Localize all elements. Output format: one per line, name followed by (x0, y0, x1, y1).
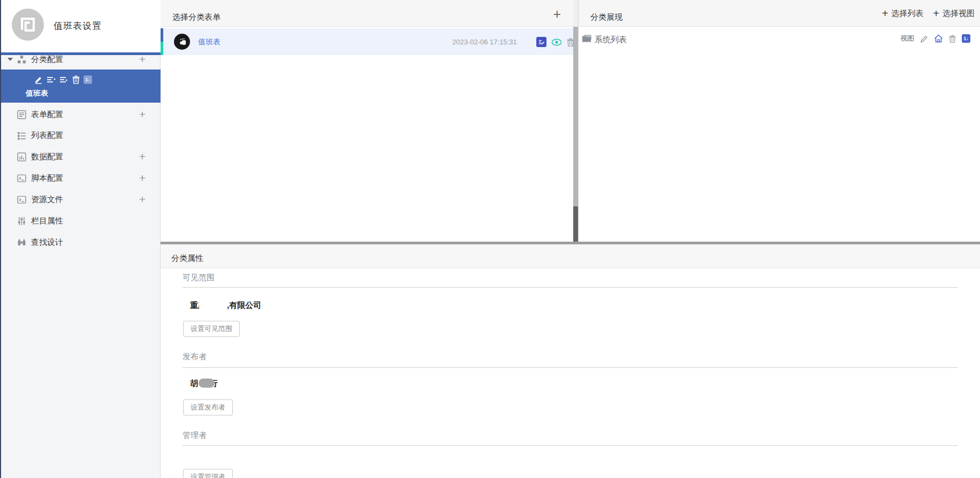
sidebar-item-resource-files[interactable]: 资源文件 + (0, 189, 161, 210)
form-panel-header: 选择分类表单 + (161, 0, 578, 27)
add-form-button[interactable]: + (137, 109, 148, 120)
display-panel-header: 分类展现 + 选择列表 + 选择视图 (579, 0, 980, 27)
plus-icon: + (933, 9, 939, 18)
spiral-logo-icon (19, 16, 37, 34)
sidebar-selected-item[interactable]: 1↓ 值班表 (0, 70, 161, 103)
edit-icon[interactable] (34, 75, 43, 84)
sidebar-item-search-design[interactable]: 查找设计 (0, 232, 161, 253)
set-manager-button[interactable]: 设置管理者 (183, 469, 233, 478)
visible-scope-label: 可见范围 (183, 273, 215, 283)
sidebar-item-form-config[interactable]: 表单配置 + (0, 104, 161, 125)
form-panel-title: 选择分类表单 (172, 12, 221, 22)
delete-view-icon[interactable] (949, 35, 956, 43)
select-list-button[interactable]: + 选择列表 (882, 9, 924, 19)
form-row-timestamp: 2023-02-06 17:15:31 (452, 38, 517, 46)
visible-scope-value: 重庆,有限公司 (190, 300, 261, 311)
sidebar-item-label: 表单配置 (31, 110, 63, 120)
app-window: 值班表设置 分类配置 + (0, 0, 980, 478)
script-config-icon (17, 174, 26, 183)
sidebar-item-data-config[interactable]: 数据配置 + (0, 146, 161, 167)
caret-down-icon[interactable] (7, 58, 13, 61)
list-config-icon (17, 131, 26, 140)
sort-order-icon[interactable]: 1↓ (962, 34, 970, 43)
form-config-icon (17, 110, 26, 119)
select-view-label: 选择视图 (943, 9, 975, 19)
sidebar-item-label: 查找设计 (31, 237, 63, 248)
sidebar-item-label: 资源文件 (31, 195, 63, 205)
publisher-value: 胡行 (190, 379, 218, 389)
redaction-blob (199, 300, 227, 310)
sidebar-item-column-properties[interactable]: 栏目属性 (0, 210, 161, 232)
data-config-icon (17, 152, 26, 161)
display-panel-title: 分类展现 (590, 12, 622, 22)
delete-icon[interactable] (72, 75, 80, 84)
form-select-panel: 选择分类表单 + 值班表 2023-02-06 17:15:31 (161, 0, 579, 242)
section-divider (183, 445, 958, 446)
folder-icon (582, 34, 592, 43)
add-script-button[interactable]: + (137, 173, 148, 183)
search-design-icon (17, 238, 26, 247)
app-logo (12, 9, 44, 41)
select-list-label: 选择列表 (891, 9, 923, 19)
props-panel-header: 分类属性 (161, 244, 980, 268)
sidebar-item-label: 列表配置 (31, 130, 63, 141)
redaction-blob (199, 379, 215, 388)
plus-icon: + (882, 9, 888, 18)
sort-order-icon[interactable]: 1↓ (83, 75, 92, 84)
edit-pencil-icon[interactable] (920, 35, 928, 43)
scrollbar[interactable] (573, 0, 578, 242)
manager-label: 管理者 (183, 430, 207, 441)
add-form-item-button[interactable]: + (553, 6, 561, 22)
edit-form-icon[interactable] (536, 37, 546, 47)
props-panel-title: 分类属性 (171, 253, 203, 264)
add-category-button[interactable]: + (137, 54, 148, 65)
move-down-list-icon[interactable] (59, 76, 69, 83)
sidebar-item-script-config[interactable]: 脚本配置 + (0, 167, 161, 189)
sidebar-item-label: 数据配置 (31, 152, 63, 162)
view-mode-label[interactable]: 视图 (900, 34, 914, 43)
add-data-button[interactable]: + (137, 151, 148, 162)
row-accent-teal (161, 42, 163, 55)
window-left-edge (0, 0, 1, 478)
sidebar-item-category-config[interactable]: 分类配置 + (0, 49, 161, 70)
category-properties-panel: 分类属性 可见范围 重庆,有限公司 设置可见范围 发布者 胡行 设置发布者 管理… (161, 244, 980, 478)
form-row-name[interactable]: 值班表 (198, 37, 221, 47)
display-row-name: 系统列表 (595, 35, 627, 45)
app-title: 值班表设置 (54, 20, 102, 32)
avatar (174, 34, 190, 50)
category-icon (17, 55, 26, 64)
form-list-row-selected[interactable]: 值班表 2023-02-06 17:15:31 (161, 28, 574, 55)
sidebar: 值班表设置 分类配置 + (0, 0, 161, 478)
set-publisher-button[interactable]: 设置发布者 (183, 399, 233, 415)
select-view-button[interactable]: + 选择视图 (933, 9, 975, 19)
app-header: 值班表设置 (0, 0, 161, 52)
publisher-name-prefix: 胡 (190, 379, 198, 388)
selected-item-label[interactable]: 值班表 (26, 89, 48, 98)
display-panel: 分类展现 + 选择列表 + 选择视图 系统列表 视图 (579, 0, 980, 242)
sidebar-item-label: 脚本配置 (31, 173, 63, 183)
scrollbar-thumb[interactable] (573, 27, 578, 206)
preview-eye-icon[interactable] (551, 38, 562, 46)
publisher-label: 发布者 (183, 352, 207, 362)
sidebar-item-label: 栏目属性 (31, 216, 63, 226)
move-up-list-icon[interactable] (47, 76, 56, 83)
home-icon[interactable] (934, 34, 943, 43)
section-divider (183, 287, 958, 288)
set-visible-scope-button[interactable]: 设置可见范围 (183, 321, 240, 337)
resource-files-icon (17, 195, 26, 204)
sidebar-item-label: 分类配置 (31, 55, 63, 65)
column-properties-icon (17, 217, 26, 226)
display-list-row[interactable]: 系统列表 视图 1↓ (579, 27, 980, 52)
section-divider (183, 367, 958, 368)
company-name-suffix: ,有限公司 (227, 300, 261, 310)
add-resource-button[interactable]: + (137, 194, 148, 205)
row-accent-blue (161, 28, 163, 42)
sidebar-item-list-config[interactable]: 列表配置 (0, 125, 161, 146)
scrollbar-thumb-dark[interactable] (573, 206, 578, 242)
